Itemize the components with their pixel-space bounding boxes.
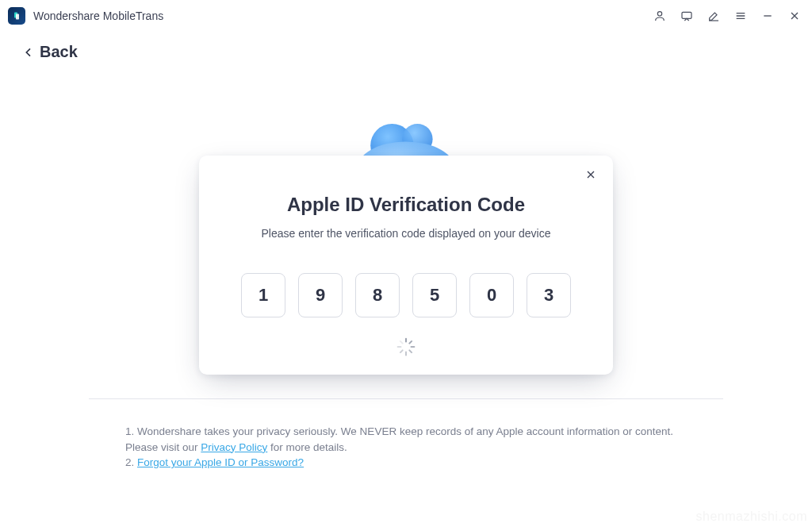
verification-modal: Apple ID Verification Code Please enter … xyxy=(199,156,613,375)
modal-title: Apple ID Verification Code xyxy=(223,194,589,216)
back-button[interactable]: Back xyxy=(0,32,100,64)
note-line-2: 2. Forgot your Apple ID or Password? xyxy=(125,455,701,471)
user-icon[interactable] xyxy=(653,10,666,22)
close-window-icon[interactable] xyxy=(788,10,801,22)
menu-icon[interactable] xyxy=(734,10,747,22)
titlebar-right xyxy=(653,10,801,22)
titlebar: Wondershare MobileTrans xyxy=(0,0,812,32)
svg-rect-1 xyxy=(16,14,19,20)
code-digit-5[interactable] xyxy=(469,273,514,317)
svg-line-12 xyxy=(400,350,403,352)
note-line-1: 1. Wondershare takes your privacy seriou… xyxy=(125,424,701,455)
code-digit-1[interactable] xyxy=(241,273,285,317)
app-logo xyxy=(8,7,25,25)
titlebar-left: Wondershare MobileTrans xyxy=(8,7,163,25)
app-title: Wondershare MobileTrans xyxy=(33,10,163,22)
svg-line-8 xyxy=(409,341,412,344)
note1-suffix: for more details. xyxy=(267,441,347,453)
close-icon[interactable] xyxy=(584,168,599,183)
note2-prefix: 2. xyxy=(125,456,137,468)
svg-rect-3 xyxy=(682,12,691,18)
svg-line-14 xyxy=(400,341,403,344)
code-digit-4[interactable] xyxy=(412,273,457,317)
code-digit-2[interactable] xyxy=(298,273,343,317)
watermark: shenmazhishi.com xyxy=(696,510,808,524)
modal-subtitle: Please enter the verification code displ… xyxy=(223,227,589,240)
privacy-policy-link[interactable]: Privacy Policy xyxy=(201,441,267,453)
svg-line-10 xyxy=(409,350,412,352)
forgot-appleid-link[interactable]: Forgot your Apple ID or Password? xyxy=(137,456,304,468)
code-input-row xyxy=(223,273,589,317)
feedback-icon[interactable] xyxy=(680,10,693,22)
code-digit-6[interactable] xyxy=(527,273,571,317)
code-digit-3[interactable] xyxy=(355,273,400,317)
svg-point-2 xyxy=(657,12,661,16)
edit-icon[interactable] xyxy=(707,10,720,22)
minimize-icon[interactable] xyxy=(761,10,774,22)
divider xyxy=(89,398,723,399)
back-label: Back xyxy=(40,43,78,61)
footer-notes: 1. Wondershare takes your privacy seriou… xyxy=(125,424,701,471)
loading-spinner-icon xyxy=(396,337,416,357)
